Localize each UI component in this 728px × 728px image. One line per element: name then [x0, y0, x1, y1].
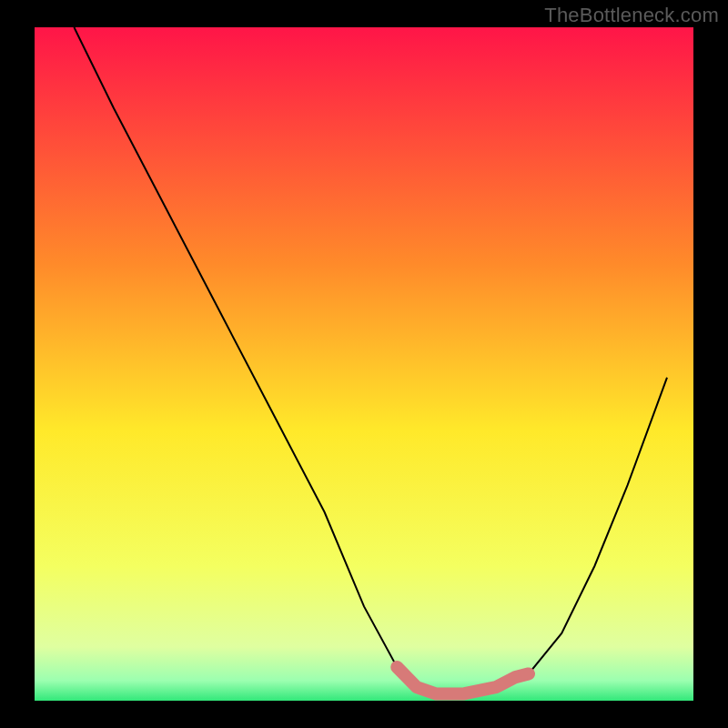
chart-canvas: TheBottleneck.com [0, 0, 728, 728]
watermark-text: TheBottleneck.com [544, 4, 719, 27]
chart-svg [0, 0, 728, 728]
plot-area [35, 27, 693, 701]
